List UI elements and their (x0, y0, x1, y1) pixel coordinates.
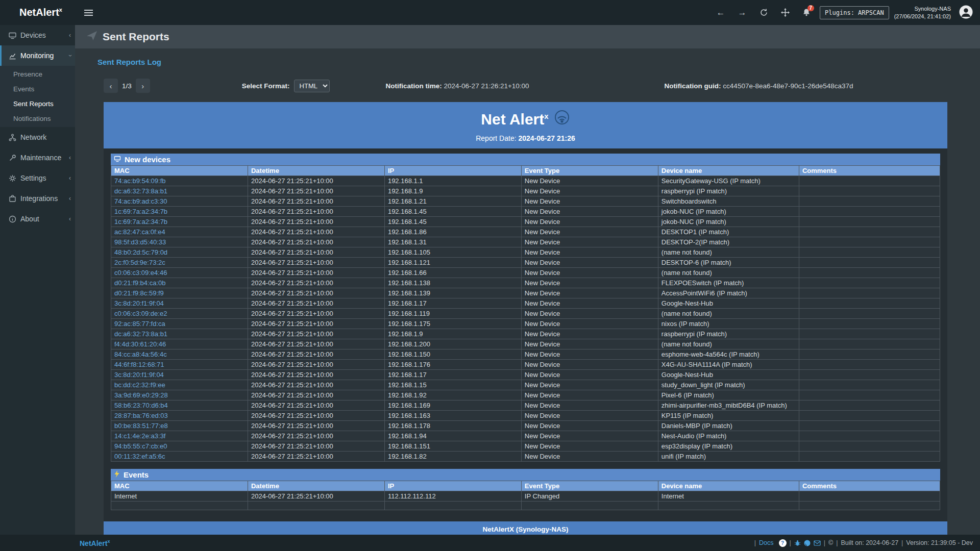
mac-address-link[interactable]: bc:dd:c2:32:f9:ee (114, 381, 165, 389)
table-cell (799, 237, 940, 247)
sidebar-item-maintenance[interactable]: Maintenance ‹ (0, 147, 75, 168)
table-cell (658, 502, 799, 510)
prev-page-button[interactable]: ‹ (104, 79, 118, 93)
report-header: Net Alertx Report Date: 2024-06-27 21:26 (104, 102, 947, 148)
table-cell: New Device (521, 298, 658, 309)
next-page-button[interactable]: › (136, 79, 150, 93)
table-row: 44:6f:f8:12:68:712024-06-27 21:25:21+10:… (111, 360, 940, 370)
sidebar-item-monitoring[interactable]: Monitoring ‹ (0, 45, 75, 66)
table-cell: 112.112.112.112 (384, 491, 521, 502)
report-footer-title: NetAlertX (Synology-NAS) (104, 525, 947, 533)
mail-icon[interactable] (814, 540, 821, 546)
mac-address-link[interactable]: 1c:69:7a:a2:34:7b (114, 208, 167, 215)
mac-address-link[interactable]: 84:cc:a8:4a:56:4c (114, 350, 167, 358)
brand-logo[interactable]: NetAlertx (0, 7, 77, 18)
table-cell: 58:b6:23:70:d6:b4 (111, 400, 248, 411)
table-cell: 192.168.1.9 (384, 329, 521, 339)
section-title: Events (124, 470, 149, 479)
mac-address-link[interactable]: d0:21:f9:8c:59:f9 (114, 289, 164, 297)
mac-address-link[interactable]: 2c:f0:5d:9e:73:2c (114, 259, 165, 266)
mac-address-link[interactable]: 48:b0:2d:5c:79:0d (114, 248, 167, 256)
sidebar-item-events[interactable]: Events (0, 82, 75, 96)
top-navbar: NetAlertx ← → 7 Plugins: ARPSCAN Synolog… (0, 0, 980, 25)
events-table: MACDatetimeIPEvent TypeDevice nameCommen… (111, 481, 940, 510)
table-row: 1c:69:7a:a2:34:7b2024-06-27 21:25:21+10:… (111, 217, 940, 227)
refresh-button[interactable] (755, 5, 772, 21)
sidebar-item-about[interactable]: About ‹ (0, 209, 75, 229)
mac-address-link[interactable]: 28:87:ba:76:ed:03 (114, 412, 168, 419)
mac-address-link[interactable]: 1c:69:7a:a2:34:7b (114, 218, 167, 226)
docs-link[interactable]: Docs (759, 539, 773, 546)
mac-address-link[interactable]: 98:5f:d3:d5:40:33 (114, 238, 166, 246)
mac-address-link[interactable]: 94:b5:55:c7:cb:e0 (114, 442, 167, 450)
notification-time-value: 2024-06-27 21:26:21+10:00 (444, 82, 529, 90)
github-icon[interactable] (804, 540, 811, 546)
sidebar-item-settings[interactable]: Settings ‹ (0, 168, 75, 188)
table-row: d0:21:f9:8c:59:f92024-06-27 21:25:21+10:… (111, 288, 940, 298)
sidebar-item-sent-reports[interactable]: Sent Reports (0, 96, 75, 111)
sidebar-toggle-button[interactable] (77, 0, 100, 25)
bug-report-icon[interactable] (794, 540, 801, 546)
sidebar-item-label: Network (20, 133, 46, 141)
plugins-status-button[interactable]: Plugins: ARPSCAN (820, 6, 889, 19)
docs-question-icon[interactable]: ? (779, 539, 787, 547)
main-content: Sent Reports Sent Reports Log ‹ 1/3 › Se… (75, 0, 980, 551)
mac-address-link[interactable]: dc:a6:32:73:8a:b1 (114, 187, 167, 195)
table-cell: c0:06:c3:09:de:e2 (111, 309, 248, 319)
notification-count-badge: 7 (807, 5, 815, 11)
mac-address-link[interactable]: f4:4d:30:61:20:46 (114, 340, 166, 348)
pager: ‹ 1/3 › (104, 79, 150, 93)
report-title: Net Alertx (481, 109, 570, 129)
mac-address-link[interactable]: ac:82:47:ca:0f:e4 (114, 228, 165, 236)
mac-address-link[interactable]: 3c:8d:20:f1:9f:04 (114, 371, 164, 379)
sidebar-item-label: Devices (20, 31, 46, 39)
table-cell: jokob-NUC (IP match) (658, 217, 799, 227)
table-cell (799, 186, 940, 196)
table-cell: New Device (521, 278, 658, 288)
mac-address-link[interactable]: 00:11:32:ef:a5:6c (114, 453, 165, 460)
table-cell: 2024-06-27 21:25:21+10:00 (248, 196, 384, 207)
mac-address-link[interactable]: c0:06:c3:09:de:e2 (114, 310, 167, 317)
table-cell: New Device (521, 258, 658, 268)
format-select[interactable]: HTML (294, 80, 330, 92)
notifications-bell-button[interactable]: 7 (798, 5, 815, 21)
sidebar-item-network[interactable]: Network (0, 127, 75, 147)
nav-forward-button[interactable]: → (734, 5, 750, 21)
table-cell: 2024-06-27 21:25:21+10:00 (248, 186, 384, 196)
mac-address-link[interactable]: 58:b6:23:70:d6:b4 (114, 402, 168, 409)
sent-reports-log-link[interactable]: Sent Reports Log (97, 58, 161, 66)
mac-address-link[interactable]: 3c:8d:20:f1:9f:04 (114, 299, 164, 307)
mac-address-link[interactable]: 74:ac:b9:54:09:fb (114, 177, 165, 185)
mac-address-link[interactable]: 92:ac:85:77:fd:ca (114, 320, 165, 328)
move-button[interactable] (777, 5, 793, 21)
devices-icon (9, 32, 16, 39)
table-cell: 192.168.1.175 (384, 319, 521, 329)
copyright-icon[interactable]: © (828, 539, 833, 546)
mac-address-link[interactable]: 74:ac:b9:ad:c3:30 (114, 197, 167, 205)
sidebar-item-integrations[interactable]: Integrations ‹ (0, 188, 75, 209)
mac-address-link[interactable]: 14:c1:4e:2e:a3:3f (114, 432, 165, 440)
mac-address-link[interactable]: d0:21:f9:b4:ca:0b (114, 279, 165, 287)
mac-address-link[interactable]: 44:6f:f8:12:68:71 (114, 361, 164, 368)
table-cell: 192.168.1.66 (384, 268, 521, 278)
table-cell: raspberrypi (IP match) (658, 186, 799, 196)
sidebar-item-presence[interactable]: Presence (0, 67, 75, 82)
mac-address-link[interactable]: 3a:9d:69:e0:29:28 (114, 391, 168, 399)
gear-icon (9, 174, 16, 182)
user-avatar[interactable] (959, 5, 973, 20)
mac-address-link[interactable]: dc:a6:32:73:8a:b1 (114, 330, 167, 338)
nav-back-button[interactable]: ← (713, 5, 729, 21)
table-row: 84:cc:a8:4a:56:4c2024-06-27 21:25:21+10:… (111, 349, 940, 360)
footer-brand-link[interactable]: NetAlertx (80, 539, 110, 547)
table-row: 1c:69:7a:a2:34:7b2024-06-27 21:25:21+10:… (111, 207, 940, 217)
table-cell: 1c:69:7a:a2:34:7b (111, 217, 248, 227)
sidebar-item-devices[interactable]: Devices ‹ (0, 25, 75, 45)
table-cell: New Device (521, 217, 658, 227)
mac-address-link[interactable]: b0:be:83:51:77:e8 (114, 422, 168, 430)
table-cell: KP115 (IP match) (658, 411, 799, 421)
mac-address-link[interactable]: c0:06:c3:09:e4:46 (114, 269, 167, 277)
table-cell: 2024-06-27 21:25:21+10:00 (248, 431, 384, 441)
sidebar-item-notifications[interactable]: Notifications (0, 111, 75, 126)
sidebar-item-label: Integrations (20, 194, 58, 203)
table-cell: d0:21:f9:8c:59:f9 (111, 288, 248, 298)
